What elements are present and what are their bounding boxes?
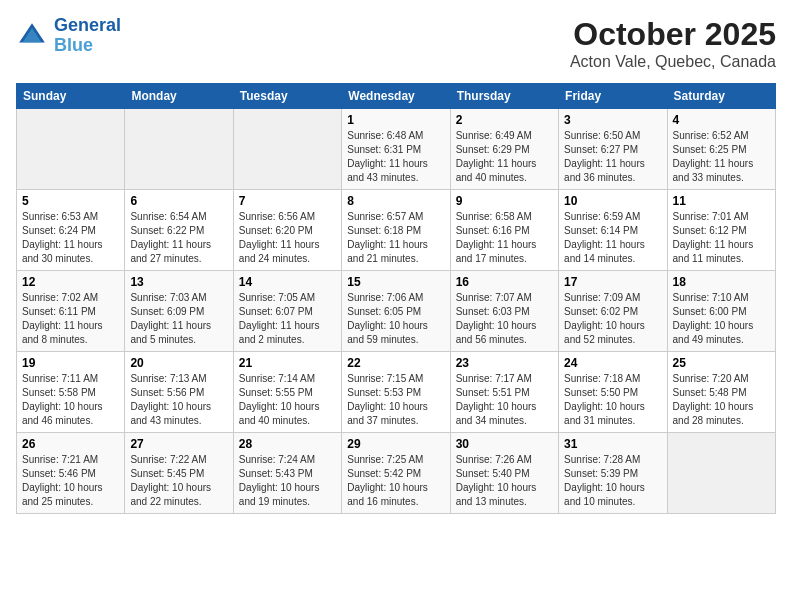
- day-info: Sunrise: 7:11 AM Sunset: 5:58 PM Dayligh…: [22, 372, 119, 428]
- day-info: Sunrise: 7:10 AM Sunset: 6:00 PM Dayligh…: [673, 291, 770, 347]
- day-number: 8: [347, 194, 444, 208]
- day-number: 4: [673, 113, 770, 127]
- day-info: Sunrise: 6:59 AM Sunset: 6:14 PM Dayligh…: [564, 210, 661, 266]
- logo: General Blue: [16, 16, 121, 56]
- day-number: 20: [130, 356, 227, 370]
- weekday-header-row: SundayMondayTuesdayWednesdayThursdayFrid…: [17, 84, 776, 109]
- calendar-cell: 17Sunrise: 7:09 AM Sunset: 6:02 PM Dayli…: [559, 271, 667, 352]
- day-number: 19: [22, 356, 119, 370]
- calendar-week-row: 12Sunrise: 7:02 AM Sunset: 6:11 PM Dayli…: [17, 271, 776, 352]
- day-info: Sunrise: 6:50 AM Sunset: 6:27 PM Dayligh…: [564, 129, 661, 185]
- calendar-cell: 15Sunrise: 7:06 AM Sunset: 6:05 PM Dayli…: [342, 271, 450, 352]
- day-info: Sunrise: 7:07 AM Sunset: 6:03 PM Dayligh…: [456, 291, 553, 347]
- calendar-cell: 5Sunrise: 6:53 AM Sunset: 6:24 PM Daylig…: [17, 190, 125, 271]
- day-info: Sunrise: 7:24 AM Sunset: 5:43 PM Dayligh…: [239, 453, 336, 509]
- day-number: 22: [347, 356, 444, 370]
- day-info: Sunrise: 7:02 AM Sunset: 6:11 PM Dayligh…: [22, 291, 119, 347]
- day-number: 17: [564, 275, 661, 289]
- calendar-cell: [667, 433, 775, 514]
- calendar-cell: 9Sunrise: 6:58 AM Sunset: 6:16 PM Daylig…: [450, 190, 558, 271]
- day-info: Sunrise: 7:20 AM Sunset: 5:48 PM Dayligh…: [673, 372, 770, 428]
- day-info: Sunrise: 7:06 AM Sunset: 6:05 PM Dayligh…: [347, 291, 444, 347]
- calendar-cell: 20Sunrise: 7:13 AM Sunset: 5:56 PM Dayli…: [125, 352, 233, 433]
- calendar-cell: [17, 109, 125, 190]
- calendar-cell: 6Sunrise: 6:54 AM Sunset: 6:22 PM Daylig…: [125, 190, 233, 271]
- day-info: Sunrise: 7:28 AM Sunset: 5:39 PM Dayligh…: [564, 453, 661, 509]
- day-info: Sunrise: 6:58 AM Sunset: 6:16 PM Dayligh…: [456, 210, 553, 266]
- weekday-header: Sunday: [17, 84, 125, 109]
- calendar-cell: 27Sunrise: 7:22 AM Sunset: 5:45 PM Dayli…: [125, 433, 233, 514]
- calendar-cell: 7Sunrise: 6:56 AM Sunset: 6:20 PM Daylig…: [233, 190, 341, 271]
- day-info: Sunrise: 7:01 AM Sunset: 6:12 PM Dayligh…: [673, 210, 770, 266]
- calendar-cell: 4Sunrise: 6:52 AM Sunset: 6:25 PM Daylig…: [667, 109, 775, 190]
- calendar-week-row: 26Sunrise: 7:21 AM Sunset: 5:46 PM Dayli…: [17, 433, 776, 514]
- day-info: Sunrise: 7:09 AM Sunset: 6:02 PM Dayligh…: [564, 291, 661, 347]
- calendar-cell: 21Sunrise: 7:14 AM Sunset: 5:55 PM Dayli…: [233, 352, 341, 433]
- day-number: 14: [239, 275, 336, 289]
- day-info: Sunrise: 6:48 AM Sunset: 6:31 PM Dayligh…: [347, 129, 444, 185]
- day-number: 6: [130, 194, 227, 208]
- day-number: 2: [456, 113, 553, 127]
- calendar-subtitle: Acton Vale, Quebec, Canada: [570, 53, 776, 71]
- calendar-cell: 18Sunrise: 7:10 AM Sunset: 6:00 PM Dayli…: [667, 271, 775, 352]
- calendar-table: SundayMondayTuesdayWednesdayThursdayFrid…: [16, 83, 776, 514]
- day-info: Sunrise: 7:18 AM Sunset: 5:50 PM Dayligh…: [564, 372, 661, 428]
- day-number: 12: [22, 275, 119, 289]
- calendar-cell: 16Sunrise: 7:07 AM Sunset: 6:03 PM Dayli…: [450, 271, 558, 352]
- calendar-cell: 28Sunrise: 7:24 AM Sunset: 5:43 PM Dayli…: [233, 433, 341, 514]
- day-info: Sunrise: 6:56 AM Sunset: 6:20 PM Dayligh…: [239, 210, 336, 266]
- day-info: Sunrise: 7:03 AM Sunset: 6:09 PM Dayligh…: [130, 291, 227, 347]
- weekday-header: Friday: [559, 84, 667, 109]
- weekday-header: Monday: [125, 84, 233, 109]
- calendar-week-row: 19Sunrise: 7:11 AM Sunset: 5:58 PM Dayli…: [17, 352, 776, 433]
- day-info: Sunrise: 7:21 AM Sunset: 5:46 PM Dayligh…: [22, 453, 119, 509]
- calendar-week-row: 1Sunrise: 6:48 AM Sunset: 6:31 PM Daylig…: [17, 109, 776, 190]
- day-number: 15: [347, 275, 444, 289]
- day-info: Sunrise: 7:05 AM Sunset: 6:07 PM Dayligh…: [239, 291, 336, 347]
- logo-text: General Blue: [54, 16, 121, 56]
- day-info: Sunrise: 6:57 AM Sunset: 6:18 PM Dayligh…: [347, 210, 444, 266]
- day-info: Sunrise: 6:49 AM Sunset: 6:29 PM Dayligh…: [456, 129, 553, 185]
- calendar-cell: [125, 109, 233, 190]
- calendar-cell: 22Sunrise: 7:15 AM Sunset: 5:53 PM Dayli…: [342, 352, 450, 433]
- weekday-header: Wednesday: [342, 84, 450, 109]
- calendar-cell: 29Sunrise: 7:25 AM Sunset: 5:42 PM Dayli…: [342, 433, 450, 514]
- calendar-cell: [233, 109, 341, 190]
- day-info: Sunrise: 6:53 AM Sunset: 6:24 PM Dayligh…: [22, 210, 119, 266]
- weekday-header: Saturday: [667, 84, 775, 109]
- logo-icon: [16, 20, 48, 52]
- calendar-cell: 23Sunrise: 7:17 AM Sunset: 5:51 PM Dayli…: [450, 352, 558, 433]
- logo-line1: General: [54, 15, 121, 35]
- day-info: Sunrise: 7:14 AM Sunset: 5:55 PM Dayligh…: [239, 372, 336, 428]
- calendar-title: October 2025: [570, 16, 776, 53]
- day-number: 11: [673, 194, 770, 208]
- day-number: 13: [130, 275, 227, 289]
- day-number: 9: [456, 194, 553, 208]
- day-number: 25: [673, 356, 770, 370]
- day-number: 29: [347, 437, 444, 451]
- day-info: Sunrise: 7:17 AM Sunset: 5:51 PM Dayligh…: [456, 372, 553, 428]
- day-number: 28: [239, 437, 336, 451]
- calendar-cell: 8Sunrise: 6:57 AM Sunset: 6:18 PM Daylig…: [342, 190, 450, 271]
- calendar-cell: 1Sunrise: 6:48 AM Sunset: 6:31 PM Daylig…: [342, 109, 450, 190]
- weekday-header: Thursday: [450, 84, 558, 109]
- day-info: Sunrise: 7:22 AM Sunset: 5:45 PM Dayligh…: [130, 453, 227, 509]
- day-number: 10: [564, 194, 661, 208]
- calendar-cell: 31Sunrise: 7:28 AM Sunset: 5:39 PM Dayli…: [559, 433, 667, 514]
- day-info: Sunrise: 7:26 AM Sunset: 5:40 PM Dayligh…: [456, 453, 553, 509]
- day-number: 3: [564, 113, 661, 127]
- calendar-cell: 19Sunrise: 7:11 AM Sunset: 5:58 PM Dayli…: [17, 352, 125, 433]
- calendar-cell: 14Sunrise: 7:05 AM Sunset: 6:07 PM Dayli…: [233, 271, 341, 352]
- calendar-cell: 11Sunrise: 7:01 AM Sunset: 6:12 PM Dayli…: [667, 190, 775, 271]
- day-info: Sunrise: 7:13 AM Sunset: 5:56 PM Dayligh…: [130, 372, 227, 428]
- calendar-cell: 12Sunrise: 7:02 AM Sunset: 6:11 PM Dayli…: [17, 271, 125, 352]
- day-info: Sunrise: 7:25 AM Sunset: 5:42 PM Dayligh…: [347, 453, 444, 509]
- day-info: Sunrise: 7:15 AM Sunset: 5:53 PM Dayligh…: [347, 372, 444, 428]
- logo-line2: Blue: [54, 35, 93, 55]
- calendar-cell: 2Sunrise: 6:49 AM Sunset: 6:29 PM Daylig…: [450, 109, 558, 190]
- day-number: 1: [347, 113, 444, 127]
- day-number: 26: [22, 437, 119, 451]
- calendar-cell: 3Sunrise: 6:50 AM Sunset: 6:27 PM Daylig…: [559, 109, 667, 190]
- day-number: 5: [22, 194, 119, 208]
- day-number: 18: [673, 275, 770, 289]
